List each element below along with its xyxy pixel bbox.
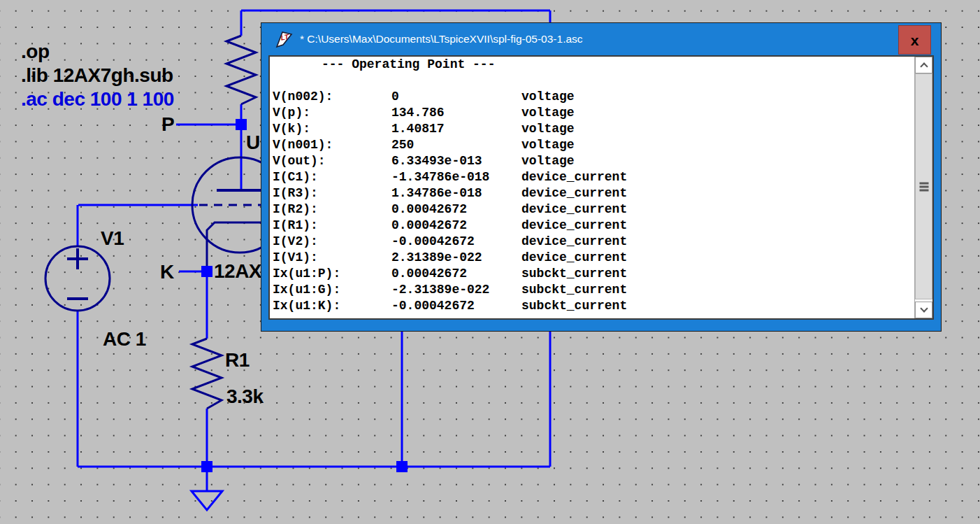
scrollbar-thumb[interactable] — [915, 73, 932, 299]
op-row-name: V(n001): — [273, 137, 391, 153]
op-row-type: voltage — [521, 121, 914, 137]
op-row-value: 0.00042672 — [391, 218, 521, 234]
op-row-type: device_current — [521, 169, 914, 185]
op-row-type: subckt_current — [521, 266, 914, 282]
op-row-value: -2.31389e-022 — [391, 282, 521, 298]
op-row: I(R2):0.00042672device_current — [270, 201, 914, 218]
label-v1-value[interactable]: AC 1 — [103, 328, 146, 350]
plus-icon — [67, 248, 88, 269]
op-row-value: -1.34786e-018 — [391, 169, 521, 185]
resistor-r1[interactable] — [192, 339, 222, 409]
op-row-value: 0.00042672 — [391, 266, 521, 282]
label-node-p[interactable]: P — [161, 113, 174, 136]
op-row: Ix(u1:K):-0.00042672subckt_current — [270, 298, 914, 314]
op-row-type: device_current — [521, 201, 914, 218]
op-row-name: I(R2): — [273, 201, 391, 218]
op-row: I(R3):1.34786e-018device_current — [270, 185, 914, 201]
operating-point-content: --- Operating Point --- V(n002):0voltage… — [268, 55, 934, 320]
window-title-bar[interactable]: LT * C:\Users\Max\Documents\LTspiceXVII\… — [261, 23, 941, 55]
op-row-type: subckt_current — [521, 282, 914, 298]
op-row-type: device_current — [521, 185, 914, 201]
op-row-value: 0 — [391, 89, 521, 105]
op-row: Ix(u1:P):0.00042672subckt_current — [270, 266, 914, 282]
schematic-canvas[interactable]: .op .lib 12AX7gh.sub .ac dec 100 1 100 P… — [0, 0, 980, 524]
close-icon: x — [911, 33, 919, 48]
op-row-value: 0.00042672 — [391, 201, 521, 218]
op-row-name: V(k): — [273, 121, 391, 137]
op-row-value: -0.00042672 — [391, 298, 521, 314]
operating-point-heading: --- Operating Point --- — [270, 57, 914, 73]
op-row: I(V1):2.31389e-022device_current — [270, 250, 914, 266]
label-r1-ref[interactable]: R1 — [225, 349, 250, 371]
op-row: I(C1):-1.34786e-018device_current — [270, 169, 914, 185]
op-row-value: 1.40817 — [391, 121, 521, 137]
spice-directive-op[interactable]: .op — [21, 41, 50, 63]
op-row: V(out):6.33493e-013voltage — [270, 153, 914, 169]
op-row-name: I(C1): — [273, 169, 391, 185]
op-row-name: I(V1): — [273, 250, 391, 266]
op-row-name: Ix(u1:G): — [273, 282, 391, 298]
op-row: I(R1):0.00042672device_current — [270, 218, 914, 234]
op-row-type: voltage — [521, 105, 914, 121]
label-r1-value[interactable]: 3.3k — [226, 385, 264, 408]
op-row-name: Ix(u1:K): — [273, 298, 391, 314]
voltage-source-v1[interactable] — [45, 246, 110, 311]
vertical-scrollbar[interactable] — [914, 57, 932, 318]
op-row-name: V(n002): — [273, 89, 391, 105]
op-row-value: 6.33493e-013 — [391, 153, 521, 169]
op-row-type: device_current — [521, 218, 914, 234]
op-row-name: V(p): — [273, 105, 391, 121]
op-rows: V(n002):0voltageV(p):134.786voltageV(k):… — [270, 89, 914, 314]
resistor-top[interactable] — [226, 36, 256, 104]
op-row-value: 250 — [391, 137, 521, 153]
scrollbar-grip-icon — [919, 180, 928, 192]
op-row-type: voltage — [521, 137, 914, 153]
label-v1-ref[interactable]: V1 — [101, 227, 124, 250]
op-row-name: I(R3): — [273, 185, 391, 201]
op-row-type: voltage — [521, 153, 914, 169]
op-row-name: I(V2): — [273, 234, 391, 250]
label-node-k[interactable]: K — [160, 261, 174, 283]
op-row: V(n001):250voltage — [270, 137, 914, 153]
op-row: V(n002):0voltage — [270, 89, 914, 105]
op-row: Ix(u1:G):-2.31389e-022subckt_current — [270, 282, 914, 298]
op-row-type: voltage — [521, 89, 914, 105]
scroll-up-button[interactable] — [915, 57, 932, 73]
spice-directive-ac[interactable]: .ac dec 100 1 100 — [21, 88, 174, 111]
chevron-down-icon — [920, 304, 928, 312]
operating-point-window: LT * C:\Users\Max\Documents\LTspiceXVII\… — [261, 23, 941, 331]
op-row-type: device_current — [521, 234, 914, 250]
ground-symbol[interactable] — [192, 491, 222, 510]
window-title: * C:\Users\Max\Documents\LTspiceXVII\spl… — [300, 33, 583, 45]
op-row-name: Ix(u1:P): — [273, 266, 391, 282]
op-row-value: 2.31389e-022 — [391, 250, 521, 266]
ltspice-flag-icon: LT — [275, 30, 294, 49]
op-row: V(p):134.786voltage — [270, 105, 914, 121]
op-row: V(k):1.40817voltage — [270, 121, 914, 137]
op-row-type: device_current — [521, 250, 914, 266]
op-row-name: I(R1): — [273, 218, 391, 234]
op-row-value: -0.00042672 — [391, 234, 521, 250]
operating-point-log: --- Operating Point --- V(n002):0voltage… — [270, 57, 914, 318]
spice-directive-lib[interactable]: .lib 12AX7gh.sub — [21, 64, 173, 87]
scroll-down-button[interactable] — [915, 302, 932, 318]
op-row-value: 1.34786e-018 — [391, 185, 521, 201]
op-row-type: subckt_current — [521, 298, 914, 314]
op-row-name: V(out): — [273, 153, 391, 169]
chevron-up-icon — [920, 62, 928, 70]
close-button[interactable]: x — [898, 25, 931, 55]
op-row-value: 134.786 — [391, 105, 521, 121]
op-row: I(V2):-0.00042672device_current — [270, 234, 914, 250]
